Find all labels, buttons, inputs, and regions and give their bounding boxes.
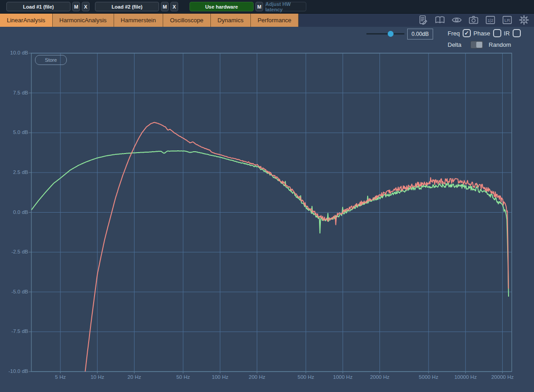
y-tick-label: 5.0 dB (5, 129, 28, 135)
x-tick-label: 20000 Hz (482, 374, 523, 380)
x-tick-label: 100 Hz (200, 374, 240, 380)
y-tick-label: 2.5 dB (5, 169, 28, 175)
plot-area[interactable] (0, 0, 534, 392)
y-tick-label: 0.0 dB (5, 209, 28, 215)
x-tick-label: 20 Hz (114, 374, 155, 380)
x-tick-label: 5 Hz (40, 374, 81, 380)
y-tick-label: -5.0 dB (5, 289, 28, 294)
x-tick-label: 2000 Hz (359, 374, 400, 380)
plugin-analyzer-window: Load #1 (file) M X Load #2 (file) M X Us… (0, 0, 534, 392)
x-tick-label: 10000 Hz (445, 374, 486, 380)
y-tick-label: -7.5 dB (5, 328, 28, 334)
x-tick-label: 500 Hz (285, 374, 326, 380)
y-tick-label: -2.5 dB (5, 249, 28, 254)
x-tick-label: 10 Hz (77, 374, 118, 380)
y-tick-label: 10.0 dB (5, 50, 28, 55)
y-tick-label: -10.0 dB (5, 368, 28, 374)
x-tick-label: 1000 Hz (322, 374, 363, 380)
x-tick-label: 5000 Hz (408, 374, 449, 380)
x-tick-label: 50 Hz (163, 374, 204, 380)
y-tick-label: 7.5 dB (5, 90, 28, 95)
x-tick-label: 200 Hz (237, 374, 278, 380)
store-button[interactable]: Store (35, 55, 67, 65)
